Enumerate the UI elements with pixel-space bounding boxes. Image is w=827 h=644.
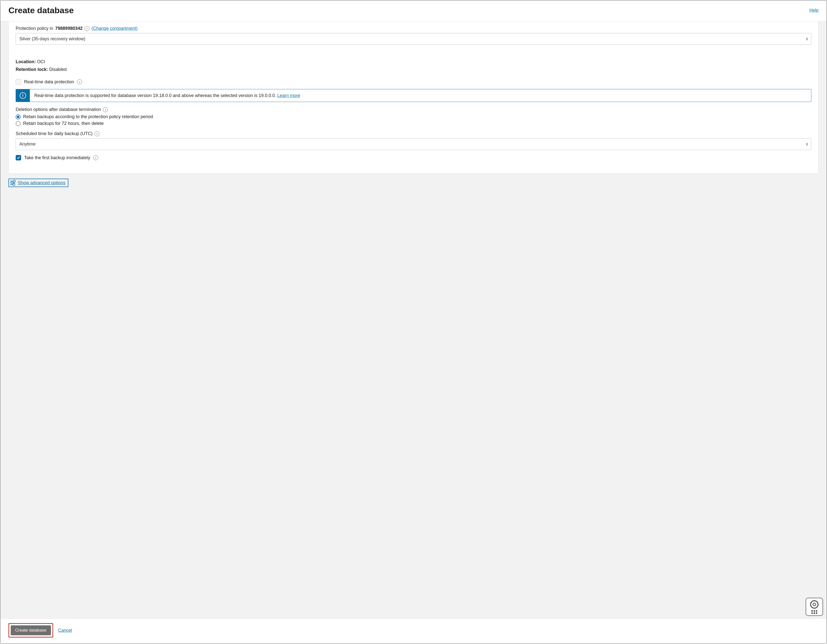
dialog-body: Protection policy in 79889980342 i (Chan…: [0, 21, 827, 618]
deletion-option-retain-policy[interactable]: Retain backups according to the protecti…: [16, 114, 811, 119]
show-advanced-link[interactable]: Show advanced options: [18, 180, 66, 186]
select-value: Silver (35-days recovery window): [19, 36, 85, 41]
info-icon[interactable]: i: [93, 155, 98, 160]
realtime-protection-checkbox[interactable]: [16, 79, 21, 84]
first-backup-label: Take the first backup immediately: [24, 155, 90, 161]
location-label: Location:: [16, 59, 36, 64]
deletion-options-group: Retain backups according to the protecti…: [16, 114, 811, 126]
support-widget[interactable]: [806, 598, 823, 616]
cancel-link[interactable]: Cancel: [58, 628, 72, 633]
info-icon[interactable]: i: [77, 79, 82, 84]
sliders-icon: [10, 180, 16, 186]
dialog-header: Create database Help: [0, 0, 827, 21]
info-banner: i Real-time data protection is supported…: [16, 89, 811, 102]
label-text: Deletion options after database terminat…: [16, 107, 101, 112]
change-compartment-link[interactable]: (Change compartment): [92, 26, 137, 31]
form-panel: Protection policy in 79889980342 i (Chan…: [8, 21, 819, 174]
schedule-label: Scheduled time for daily backup (UTC) i: [16, 131, 811, 136]
location-value: OCI: [37, 59, 45, 64]
highlight-annotation: Create database: [8, 623, 53, 638]
banner-text: Real-time data protection is supported f…: [34, 93, 278, 98]
schedule-select[interactable]: Anytime ▲▼: [16, 138, 811, 150]
retention-lock-row: Retention lock: Disabled: [16, 67, 811, 72]
learn-more-link[interactable]: Learn more: [278, 93, 300, 98]
create-database-button[interactable]: Create database: [11, 625, 51, 635]
info-icon[interactable]: i: [103, 107, 108, 112]
compartment-id: 79889980342: [55, 26, 83, 31]
help-link[interactable]: Help: [809, 8, 819, 13]
protection-policy-select[interactable]: Silver (35-days recovery window) ▲▼: [16, 33, 811, 45]
info-banner-stripe: i: [16, 89, 30, 102]
radio-label: Retain backups for 72 hours, then delete: [23, 121, 104, 126]
deletion-option-retain-72h[interactable]: Retain backups for 72 hours, then delete: [16, 121, 811, 126]
lifering-icon: [810, 600, 819, 609]
radio-button[interactable]: [16, 114, 20, 119]
create-database-dialog: Create database Help Protection policy i…: [0, 0, 827, 644]
show-advanced-options-button[interactable]: Show advanced options: [8, 178, 69, 187]
radio-button[interactable]: [16, 121, 20, 126]
radio-label: Retain backups according to the protecti…: [23, 114, 153, 119]
retention-lock-value: Disabled: [49, 67, 67, 72]
protection-policy-label: Protection policy in 79889980342 i (Chan…: [16, 26, 811, 31]
info-icon[interactable]: i: [94, 131, 100, 136]
info-banner-message: Real-time data protection is supported f…: [30, 89, 305, 102]
dialog-footer: Create database Cancel: [0, 618, 827, 644]
dialog-title: Create database: [8, 5, 74, 15]
info-icon: i: [20, 92, 26, 99]
retention-lock-label: Retention lock:: [16, 67, 48, 72]
first-backup-row: Take the first backup immediately i: [16, 155, 811, 161]
label-text: Scheduled time for daily backup (UTC): [16, 131, 92, 136]
first-backup-checkbox[interactable]: [16, 155, 21, 161]
grid-icon: [811, 610, 817, 614]
realtime-protection-label: Real-time data protection: [24, 79, 74, 84]
label-text: Protection policy in: [16, 26, 53, 31]
realtime-protection-row: Real-time data protection i: [16, 79, 811, 84]
deletion-options-label: Deletion options after database terminat…: [16, 107, 811, 112]
chevron-updown-icon: ▲▼: [806, 37, 808, 41]
chevron-updown-icon: ▲▼: [806, 142, 808, 146]
info-icon[interactable]: i: [84, 26, 89, 31]
location-row: Location: OCI: [16, 59, 811, 64]
select-value: Anytime: [19, 142, 36, 147]
